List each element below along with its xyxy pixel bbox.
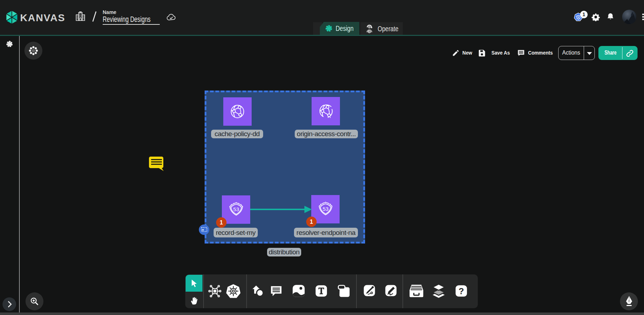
- svg-text:KANVAS: KANVAS: [20, 12, 65, 23]
- svg-text:?: ?: [459, 286, 464, 296]
- svg-text:53: 53: [233, 207, 239, 212]
- svg-text:53: 53: [323, 206, 328, 212]
